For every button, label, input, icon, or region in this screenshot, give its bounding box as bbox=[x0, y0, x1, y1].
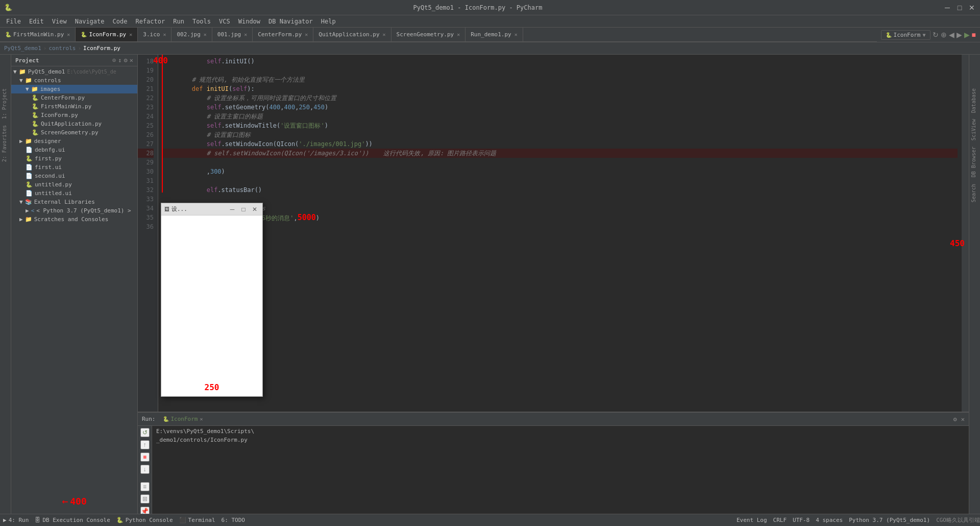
tab-close-4[interactable]: ✕ bbox=[244, 32, 247, 37]
soft-wrap-button[interactable]: ≡ bbox=[140, 482, 150, 491]
tab-close-6[interactable]: ✕ bbox=[383, 32, 386, 37]
scroll-down-button[interactable]: ↓ bbox=[140, 465, 150, 474]
tab-close-1[interactable]: ✕ bbox=[129, 32, 132, 37]
tab-ico[interactable]: 3.ico ✕ bbox=[138, 28, 172, 42]
filter-button[interactable]: ⊞ bbox=[140, 494, 150, 504]
nav-back-button[interactable]: ◀ bbox=[949, 31, 954, 39]
popup-minimize-button[interactable]: ─ bbox=[228, 205, 237, 214]
python-version[interactable]: Python 3.7 (PyQt5_demo1) bbox=[849, 517, 930, 523]
popup-title-bar[interactable]: 🖼 设... ─ □ ✕ bbox=[161, 203, 262, 216]
community-label: CGO略久以具引端 bbox=[936, 516, 980, 524]
tree-python37[interactable]: ▶ < < Python 3.7 (PyQt5_demo1) > bbox=[11, 206, 137, 215]
tree-screengeom[interactable]: 🐍 ScreenGeometry.py bbox=[11, 128, 137, 137]
run-close-icon[interactable]: ✕ bbox=[961, 416, 965, 423]
tab-iconform[interactable]: 🐍 IconForm.py ✕ bbox=[76, 28, 138, 42]
gear-icon[interactable]: ⚙ bbox=[124, 57, 128, 64]
scroll-up-button[interactable]: ↑ bbox=[140, 440, 150, 449]
right-tab-search[interactable]: Search bbox=[969, 181, 980, 205]
run-button[interactable]: ▶ bbox=[964, 31, 970, 39]
expand-icon[interactable]: ↕ bbox=[118, 57, 121, 64]
tab-001jpg[interactable]: 001.jpg ✕ bbox=[212, 28, 253, 42]
menu-help[interactable]: Help bbox=[317, 17, 340, 26]
code-line-19 bbox=[162, 66, 958, 75]
sidebar-tab-project[interactable]: 1: Project bbox=[0, 85, 11, 122]
event-log-button[interactable]: Event Log bbox=[737, 517, 767, 523]
run-header-left: Run: 🐍 IconForm ✕ bbox=[142, 415, 206, 423]
tab-quitapp[interactable]: QuitApplication.py ✕ bbox=[313, 28, 391, 42]
menu-edit[interactable]: Edit bbox=[25, 17, 48, 26]
tree-quitapp[interactable]: 🐍 QuitApplication.py bbox=[11, 119, 137, 128]
tab-close-0[interactable]: ✕ bbox=[67, 32, 70, 37]
right-tab-database[interactable]: Database bbox=[969, 85, 980, 116]
tree-second-ui[interactable]: 📄 second.ui bbox=[11, 172, 137, 180]
stop-button[interactable]: ■ bbox=[972, 31, 976, 39]
tree-first-py[interactable]: 🐍 first.py bbox=[11, 154, 137, 163]
todo-button[interactable]: 6: TODO bbox=[218, 516, 248, 524]
tab-rundemo[interactable]: Run_demo1.py ✕ bbox=[465, 28, 523, 42]
menu-refactor[interactable]: Refactor bbox=[131, 17, 169, 26]
db-console-button[interactable]: 🗄 DB Execution Console bbox=[32, 516, 113, 524]
stop-run-button[interactable]: ■ bbox=[140, 452, 150, 462]
tree-untitled-py[interactable]: 🐍 untitled.py bbox=[11, 180, 137, 189]
run-tab-close-icon[interactable]: ✕ bbox=[200, 416, 203, 422]
tab-screengeom[interactable]: ScreenGeometry.py ✕ bbox=[391, 28, 466, 42]
menu-view[interactable]: View bbox=[48, 17, 71, 26]
project-title: Project bbox=[15, 57, 39, 64]
tree-untitled-ui[interactable]: 📄 untitled.ui bbox=[11, 189, 137, 198]
menu-db-navigator[interactable]: DB Navigator bbox=[264, 17, 317, 26]
close-panel-icon[interactable]: ✕ bbox=[130, 57, 133, 64]
menu-tools[interactable]: Tools bbox=[188, 17, 215, 26]
tab-close-7[interactable]: ✕ bbox=[457, 32, 460, 37]
tab-002jpg[interactable]: 002.jpg ✕ bbox=[172, 28, 212, 42]
tab-close-2[interactable]: ✕ bbox=[163, 32, 166, 37]
minimize-button[interactable]: ─ bbox=[943, 4, 951, 12]
tree-designer[interactable]: ▶ 📁 designer bbox=[11, 137, 137, 146]
tree-ext-libs[interactable]: ▼ 📚 External Libraries bbox=[11, 198, 137, 206]
menu-file[interactable]: File bbox=[2, 17, 25, 26]
nav-forward-button[interactable]: ▶ bbox=[957, 31, 962, 39]
locate-icon[interactable]: ⊙ bbox=[112, 57, 116, 64]
breadcrumb-root[interactable]: PyQt5_demo1 bbox=[4, 45, 41, 52]
tab-close-5[interactable]: ✕ bbox=[305, 32, 308, 37]
tab-centerform[interactable]: CenterForm.py ✕ bbox=[253, 28, 313, 42]
editor-scrollbar[interactable] bbox=[962, 55, 969, 412]
menu-navigate[interactable]: Navigate bbox=[71, 17, 109, 26]
tab-close-8[interactable]: ✕ bbox=[514, 32, 518, 37]
right-tab-sciview[interactable]: SciView bbox=[969, 116, 980, 144]
menu-code[interactable]: Code bbox=[109, 17, 132, 26]
maximize-button[interactable]: □ bbox=[955, 4, 964, 12]
pin-button[interactable]: 📌 bbox=[140, 507, 150, 514]
tree-firstmainwin[interactable]: 🐍 FirstMainWin.py bbox=[11, 102, 137, 111]
run-status-button[interactable]: ▶ 4: Run bbox=[0, 516, 32, 524]
rerun-button[interactable]: ↺ bbox=[140, 428, 150, 437]
tree-first-ui[interactable]: 📄 first.ui bbox=[11, 163, 137, 172]
popup-close-button[interactable]: ✕ bbox=[250, 205, 259, 214]
tree-controls[interactable]: ▼ 📁 controls bbox=[11, 76, 137, 85]
close-button[interactable]: ✕ bbox=[968, 4, 976, 12]
refresh-button[interactable]: ↻ bbox=[933, 31, 939, 39]
popup-app-icon: 🖼 bbox=[164, 206, 169, 212]
tree-root[interactable]: ▼ 📁 PyQt5_demo1 E:\code\PyQt5_de bbox=[11, 67, 137, 76]
tree-iconform[interactable]: 🐍 IconForm.py bbox=[11, 111, 137, 119]
terminal-button[interactable]: ⬛ Terminal bbox=[176, 516, 218, 524]
code-content[interactable]: self.initUI() # 规范代码, 初始化直接写在一个方法里 def i… bbox=[158, 55, 962, 412]
python-console-button[interactable]: 🐍 Python Console bbox=[113, 516, 176, 524]
menu-run[interactable]: Run bbox=[169, 17, 188, 26]
run-config-dropdown[interactable]: 🐍 IconForm ▼ bbox=[881, 30, 930, 40]
menu-vcs[interactable]: VCS bbox=[215, 17, 234, 26]
menu-window[interactable]: Window bbox=[234, 17, 264, 26]
popup-maximize-button[interactable]: □ bbox=[239, 205, 248, 214]
tree-images[interactable]: ▼ 📁 images bbox=[11, 85, 137, 93]
tree-scratches[interactable]: ▶ 📁 Scratches and Consoles bbox=[11, 215, 137, 224]
add-config-button[interactable]: ⊕ bbox=[941, 31, 947, 39]
right-tab-dbbrowser[interactable]: DB Browser bbox=[969, 144, 980, 180]
run-settings-icon[interactable]: ⚙ bbox=[953, 416, 957, 423]
tab-firstmainwin[interactable]: 🐍 FirstMainWin.py ✕ bbox=[0, 28, 76, 42]
popup-window[interactable]: 🖼 设... ─ □ ✕ 250 bbox=[161, 203, 263, 397]
run-tab-iconform[interactable]: 🐍 IconForm ✕ bbox=[160, 415, 206, 423]
breadcrumb-folder[interactable]: controls bbox=[48, 45, 76, 52]
sidebar-tab-favorites[interactable]: 2: Favorites bbox=[0, 122, 11, 165]
tab-close-3[interactable]: ✕ bbox=[204, 32, 207, 37]
tree-debnfg[interactable]: 📄 debnfg.ui bbox=[11, 146, 137, 154]
tree-centerform[interactable]: 🐍 CenterForm.py bbox=[11, 93, 137, 102]
